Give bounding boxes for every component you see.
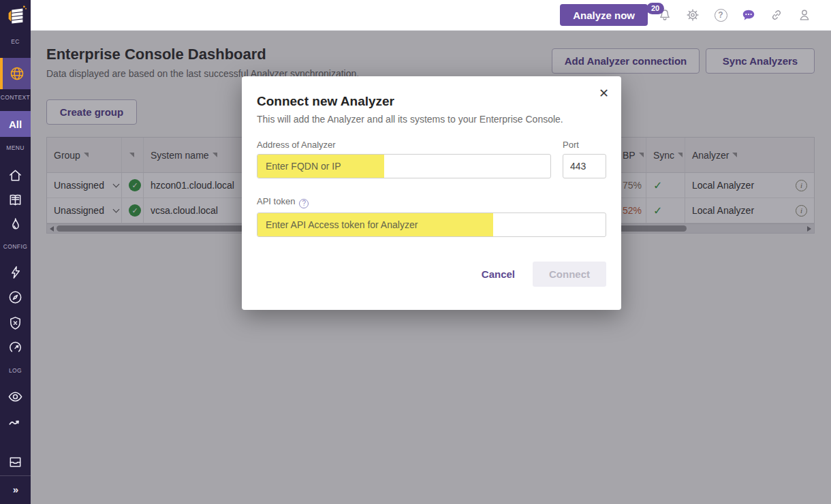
app-root: EC CONTEXT All MENU: [0, 0, 831, 504]
sidebar-item-context-all[interactable]: All: [0, 111, 31, 137]
port-label: Port: [563, 140, 606, 150]
sidebar-item-archive[interactable]: [0, 451, 31, 473]
cancel-button[interactable]: Cancel: [482, 268, 515, 280]
sidebar-item-issues[interactable]: [0, 213, 31, 235]
sidebar-item-discovery[interactable]: [0, 286, 31, 308]
home-icon: [7, 168, 23, 183]
sidebar-collapse-button[interactable]: »: [0, 479, 31, 499]
sidebar-item-inventory[interactable]: [0, 189, 31, 210]
context-label: CONTEXT: [0, 94, 31, 101]
notifications-button[interactable]: 20: [657, 7, 672, 22]
menu-label: MENU: [0, 144, 31, 151]
link-icon: [769, 7, 784, 22]
address-field-group: Address of Analyzer: [257, 140, 551, 178]
compass-icon: [7, 289, 23, 305]
shield-x-icon: [7, 315, 23, 331]
help-icon[interactable]: ?: [299, 199, 309, 208]
log-label: LOG: [0, 367, 31, 374]
api-token-input[interactable]: [257, 213, 606, 236]
inbox-tray-icon: [7, 454, 23, 470]
logo-label: EC: [0, 38, 31, 45]
globe-icon: [9, 65, 25, 82]
api-token-field-group: API token?: [257, 196, 606, 237]
gear-icon: [685, 7, 700, 22]
question-mark-icon: ?: [715, 9, 727, 22]
trend-line-icon: [7, 413, 23, 429]
gauge-icon: [7, 340, 23, 356]
eye-icon: [7, 389, 23, 405]
sidebar-item-home[interactable]: [0, 164, 31, 186]
app-logo[interactable]: [0, 1, 31, 30]
sidebar-item-observability[interactable]: [0, 385, 31, 407]
notification-badge[interactable]: 20: [646, 3, 664, 14]
api-token-label: API token?: [257, 196, 606, 208]
address-input-wrap: [257, 154, 551, 178]
feedback-chat-button[interactable]: [741, 7, 756, 22]
connect-button[interactable]: Connect: [533, 262, 606, 287]
settings-button[interactable]: [685, 7, 700, 22]
double-chevron-icon: »: [13, 484, 18, 495]
help-button[interactable]: ?: [713, 7, 728, 22]
port-input[interactable]: [563, 154, 606, 178]
open-book-icon: [7, 192, 23, 208]
close-icon[interactable]: ✕: [599, 87, 609, 99]
person-icon: [797, 7, 812, 22]
connect-analyzer-modal: ✕ Connect new Analyzer This will add the…: [242, 76, 621, 310]
topbar: Analyze now 20 ?: [31, 0, 831, 31]
sidebar-item-security[interactable]: [0, 312, 31, 334]
port-field-group: Port: [563, 140, 606, 178]
address-input[interactable]: [257, 155, 550, 178]
sidebar-item-automation[interactable]: [0, 262, 31, 283]
integrations-button[interactable]: [769, 7, 784, 22]
config-label: CONFIG: [0, 243, 31, 250]
chat-bubble-icon: [741, 7, 756, 23]
api-token-input-wrap: [257, 212, 606, 237]
flame-icon: [7, 217, 23, 232]
sidebar-item-performance[interactable]: [0, 336, 31, 358]
sidebar-item-ec-context[interactable]: [0, 58, 31, 89]
sidebar: EC CONTEXT All MENU: [0, 0, 31, 504]
user-account-button[interactable]: [797, 7, 812, 22]
lightning-bolt-icon: [8, 265, 23, 280]
address-label: Address of Analyzer: [257, 140, 551, 150]
runecast-logo-icon: [4, 4, 27, 27]
sidebar-divider: [0, 475, 31, 476]
sidebar-item-trends[interactable]: [0, 410, 31, 432]
analyze-now-button[interactable]: Analyze now: [560, 4, 648, 26]
modal-subtitle: This will add the Analyzer and all its s…: [257, 114, 606, 125]
modal-title: Connect new Analyzer: [257, 94, 606, 109]
